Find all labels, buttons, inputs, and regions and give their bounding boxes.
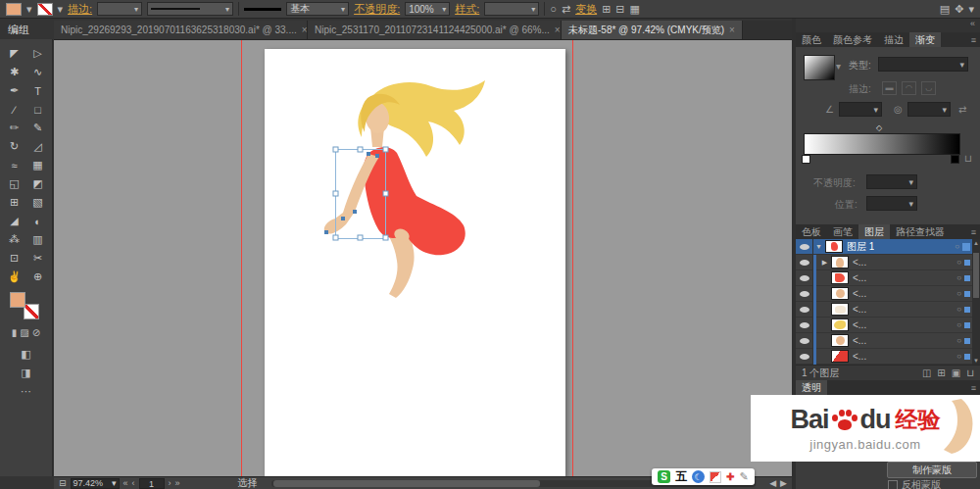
layer-row-6[interactable]: <... ○ bbox=[796, 318, 980, 333]
woman-illustration[interactable] bbox=[318, 78, 514, 304]
close-icon[interactable]: × bbox=[302, 24, 308, 35]
target-icon[interactable]: ○ bbox=[956, 305, 961, 314]
rectangle-tool[interactable]: □ bbox=[26, 100, 50, 119]
layer-row-1[interactable]: ▼ 图层 1 ○ bbox=[796, 239, 980, 255]
status-grid-icon[interactable]: ⊟ bbox=[59, 478, 67, 488]
angle-input[interactable]: ▾ bbox=[839, 102, 882, 117]
layer-thumbnail[interactable] bbox=[831, 256, 849, 269]
column-graph-tool[interactable]: ▥ bbox=[26, 230, 50, 249]
layer-name[interactable]: <... bbox=[853, 304, 866, 315]
layer-thumbnail[interactable] bbox=[831, 334, 849, 347]
paintbrush-tool[interactable]: ✎ bbox=[26, 119, 50, 137]
scale-tool[interactable]: ◿ bbox=[26, 137, 50, 156]
tab-color[interactable]: 颜色 bbox=[796, 32, 827, 48]
gradient-stop-white[interactable] bbox=[802, 155, 810, 164]
gradient-slider[interactable] bbox=[804, 133, 960, 155]
transform-label[interactable]: 变换 bbox=[575, 2, 597, 17]
visibility-toggle[interactable] bbox=[796, 270, 813, 286]
fill-color-swatch[interactable] bbox=[6, 3, 22, 16]
tab-brushes[interactable]: 画笔 bbox=[827, 224, 858, 240]
expand-triangle-icon[interactable]: ▼ bbox=[813, 243, 824, 250]
layer-row-3[interactable]: <... ○ bbox=[796, 270, 980, 286]
lasso-tool[interactable]: ∿ bbox=[26, 63, 50, 81]
line-segment-tool[interactable]: ∕ bbox=[3, 100, 26, 119]
handle-sw[interactable] bbox=[333, 235, 338, 240]
tab-pathfinder[interactable]: 路径查找器 bbox=[890, 224, 951, 240]
blend-tool[interactable]: ◐ bbox=[26, 212, 50, 230]
layer-row-7[interactable]: <... ○ bbox=[796, 333, 980, 349]
shape-builder-tool[interactable]: ◱ bbox=[3, 174, 26, 193]
rotate-tool[interactable]: ↻ bbox=[3, 137, 26, 156]
slice-tool[interactable]: ✂ bbox=[26, 249, 50, 268]
workspace-icon[interactable]: ✥ bbox=[955, 3, 963, 16]
collapse-dock-icon[interactable]: « bbox=[970, 19, 975, 28]
visibility-toggle[interactable] bbox=[796, 255, 813, 270]
scroll-thumb[interactable] bbox=[973, 253, 979, 298]
tab-gradient[interactable]: 渐变 bbox=[909, 32, 941, 48]
aspect-input[interactable]: ▾ bbox=[907, 102, 951, 117]
stroke-weight-label[interactable]: 描边: bbox=[68, 2, 92, 17]
bar-caret-icon[interactable]: ▾ bbox=[968, 3, 974, 16]
artboard-number-input[interactable]: 1 bbox=[139, 478, 165, 489]
screen-mode-icon[interactable]: ◨ bbox=[21, 367, 30, 379]
visibility-toggle[interactable] bbox=[796, 333, 813, 349]
grid-icon[interactable]: ▦ bbox=[630, 3, 640, 16]
anchor-point[interactable] bbox=[324, 230, 328, 234]
more-icon[interactable]: ⋯ bbox=[21, 385, 31, 398]
style-select[interactable]: ▾ bbox=[484, 2, 539, 16]
first-artboard-icon[interactable]: « bbox=[123, 478, 128, 488]
gradient-caret-icon[interactable]: ▾ bbox=[836, 61, 841, 72]
target-icon[interactable]: ○ bbox=[955, 242, 959, 251]
free-transform-tool[interactable]: ▦ bbox=[26, 156, 50, 174]
visibility-toggle[interactable] bbox=[796, 302, 813, 318]
width-profile-select[interactable]: ▾ bbox=[147, 2, 233, 16]
pencil-tool[interactable]: ✏ bbox=[3, 119, 26, 137]
width-tool[interactable]: ≈ bbox=[3, 156, 26, 174]
color-gradient-icon[interactable]: ▨ bbox=[20, 327, 28, 338]
hand-tool[interactable]: ✌ bbox=[3, 268, 26, 286]
handle-ne[interactable] bbox=[383, 147, 388, 152]
layer-thumbnail[interactable] bbox=[831, 287, 849, 300]
new-sublayer-icon[interactable]: ⊞ bbox=[937, 367, 945, 378]
selection-tool[interactable]: ◤ bbox=[3, 44, 26, 63]
anchor-point[interactable] bbox=[353, 210, 357, 214]
stop-position-select[interactable]: ▾ bbox=[866, 196, 917, 211]
ime-add-icon[interactable]: ✚ bbox=[726, 471, 734, 482]
perspective-grid-tool[interactable]: ◩ bbox=[26, 174, 50, 193]
visibility-toggle[interactable] bbox=[796, 349, 813, 365]
layer-thumbnail[interactable] bbox=[825, 240, 843, 253]
make-clip-mask-icon[interactable]: ◫ bbox=[922, 367, 931, 378]
layer-thumbnail[interactable] bbox=[831, 271, 849, 284]
layer-name[interactable]: <... bbox=[853, 319, 866, 330]
layer-name[interactable]: 图层 1 bbox=[847, 240, 874, 254]
tab-swatches[interactable]: 色板 bbox=[796, 224, 827, 240]
scroll-down-icon[interactable]: ▼ bbox=[972, 358, 980, 364]
brush-definition-select[interactable]: 基本▾ bbox=[286, 2, 349, 16]
stroke-color-swatch[interactable] bbox=[37, 3, 53, 16]
handle-s[interactable] bbox=[358, 235, 363, 240]
sogou-logo-icon[interactable]: S bbox=[658, 470, 670, 483]
color-none-icon[interactable]: ⊘ bbox=[32, 327, 40, 338]
zoom-tool[interactable]: ⊕ bbox=[26, 268, 50, 286]
gradient-stop-black[interactable] bbox=[951, 155, 959, 164]
gradient-thumbnail[interactable] bbox=[804, 55, 835, 80]
make-mask-button[interactable]: 制作蒙版 bbox=[887, 462, 977, 478]
scroll-thumb[interactable] bbox=[273, 480, 540, 487]
style-label[interactable]: 样式: bbox=[455, 2, 479, 17]
doc-tab-3-active[interactable]: 未标题-58* @ 97.42% (CMYK/预览) × bbox=[562, 21, 743, 39]
expand-triangle-icon[interactable]: ▶ bbox=[819, 259, 830, 267]
eyedropper-tool[interactable]: ◢ bbox=[3, 212, 26, 230]
stroke-caret-icon[interactable]: ▾ bbox=[58, 3, 64, 16]
magic-wand-tool[interactable]: ✱ bbox=[3, 63, 26, 81]
checkbox-icon[interactable] bbox=[888, 480, 898, 489]
layer-name[interactable]: <... bbox=[853, 335, 866, 346]
type-tool[interactable]: T bbox=[26, 81, 50, 100]
gradient-tool[interactable]: ▧ bbox=[26, 193, 50, 212]
handle-w[interactable] bbox=[333, 191, 338, 196]
target-icon[interactable]: ○ bbox=[956, 352, 961, 361]
doc-tab-1[interactable]: Nipic_29269293_20190701163625318030.ai* … bbox=[54, 21, 308, 39]
direct-selection-tool[interactable]: ▷ bbox=[26, 44, 50, 63]
handle-nw[interactable] bbox=[333, 147, 338, 152]
symbol-sprayer-tool[interactable]: ⁂ bbox=[3, 230, 26, 249]
layer-row-4[interactable]: <... ○ bbox=[796, 286, 980, 302]
